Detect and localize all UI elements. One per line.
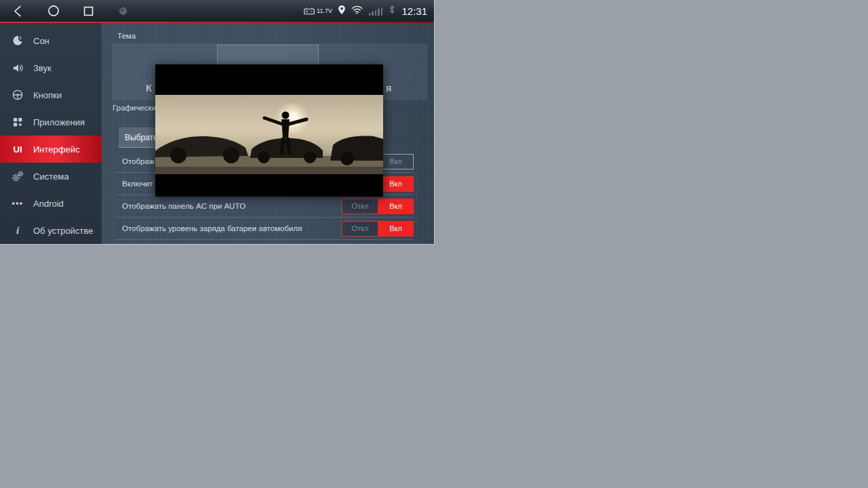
- on-button[interactable]: Вкл: [378, 199, 414, 214]
- bluetooth-icon: [389, 5, 395, 17]
- spiral-icon[interactable]: [118, 6, 128, 16]
- home-button[interactable]: [47, 4, 60, 18]
- menu-label: Интерфейс: [33, 144, 79, 155]
- recents-button[interactable]: [82, 5, 95, 18]
- setting-label: Включит: [122, 180, 153, 188]
- setting-label: Отображать уровень заряда батареи автомо…: [122, 224, 302, 232]
- menu-item-sleep[interactable]: Сон: [0, 27, 102, 54]
- graphic-section-label: Графический: [113, 104, 160, 112]
- menu-item-sound[interactable]: Звук: [0, 54, 102, 81]
- menu-item-system[interactable]: Система: [0, 163, 102, 190]
- video-frame: [155, 95, 383, 174]
- setting-row: Отображать панель AC при AUTO Откл Вкл: [115, 195, 414, 218]
- four-screen-collage: 12.1V 12:31 See You Again-Wiz Kha... Sis…: [0, 0, 868, 488]
- back-button[interactable]: [12, 5, 25, 18]
- cars-and-man-silhouette: [155, 95, 383, 174]
- voltage-label: 11.7V: [317, 7, 332, 14]
- menu-item-interface[interactable]: UI Интерфейс: [0, 136, 102, 163]
- red-accent-line: [0, 22, 434, 23]
- clock: 12:31: [401, 5, 427, 17]
- status-bar: 11.7V 12:31: [0, 0, 434, 22]
- off-button[interactable]: Откл: [342, 221, 378, 237]
- menu-item-android[interactable]: ••• Android: [0, 190, 102, 217]
- theme-name-fragment: К: [146, 82, 152, 94]
- setting-row: Отображать уровень заряда батареи автомо…: [115, 218, 414, 240]
- floating-video-window[interactable]: [155, 64, 383, 197]
- settings-menu: Сон Звук Кнопки Приложения UI Интерфейс …: [0, 23, 102, 244]
- menu-label: Система: [33, 171, 68, 182]
- screen-ui-settings: 11.7V 12:31 Сон Звук Кнопки: [0, 0, 434, 244]
- gps-icon: [338, 5, 345, 17]
- menu-item-about[interactable]: i Об устройстве: [0, 217, 102, 244]
- speaker-icon: [11, 63, 24, 73]
- theme-name-fragment: я: [386, 82, 391, 94]
- theme-section-label: Тема: [117, 32, 136, 40]
- menu-item-buttons[interactable]: Кнопки: [0, 81, 102, 108]
- apps-icon: [11, 117, 24, 127]
- ellipsis-icon: •••: [11, 199, 24, 208]
- menu-label: Приложения: [33, 117, 85, 127]
- gears-icon: [11, 171, 24, 182]
- battery-voltage-indicator: 11.7V: [304, 7, 332, 15]
- menu-label: Кнопки: [33, 90, 62, 100]
- menu-label: Об устройстве: [33, 226, 93, 236]
- menu-item-apps[interactable]: Приложения: [0, 108, 102, 136]
- moon-icon: [11, 35, 24, 46]
- wifi-icon: [351, 5, 363, 17]
- menu-label: Звук: [33, 63, 52, 73]
- menu-label: Сон: [33, 36, 50, 46]
- ui-icon: UI: [11, 144, 24, 155]
- on-button[interactable]: Вкл: [378, 221, 414, 237]
- steering-wheel-icon: [11, 89, 24, 100]
- setting-label: Отображать панель AC при AUTO: [122, 202, 245, 210]
- menu-label: Android: [33, 199, 64, 209]
- setting-row-partial: [115, 241, 414, 244]
- off-button[interactable]: Откл: [342, 199, 378, 214]
- info-icon: i: [11, 225, 24, 237]
- setting-label: Отображ: [122, 157, 155, 165]
- signal-icon: [369, 7, 383, 16]
